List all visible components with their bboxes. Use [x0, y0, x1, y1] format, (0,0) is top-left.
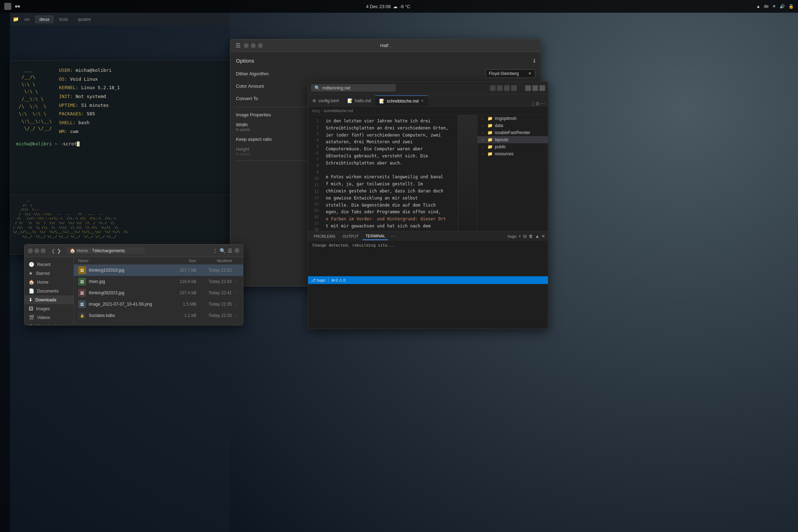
line-1: in den letzten vier Jahren hatte ich dre… — [326, 118, 454, 125]
sidebar-item-home[interactable]: 🏠 Home — [24, 278, 74, 287]
tree-item-issablefast[interactable]: › 📁 issableFastRender — [478, 129, 548, 136]
tree-label-issable: issableFastRender — [495, 130, 530, 135]
width-label: Width — [236, 122, 250, 127]
editor-text-area[interactable]: in den letzten vier Jahren hatte ich dre… — [322, 115, 458, 231]
tab-problems[interactable]: PROBLEMS — [311, 233, 338, 240]
sidebar-item-wastebasket[interactable]: 🗑 Wastebasket — [24, 322, 74, 325]
file-item-4[interactable]: 🖼 image_2021-07-07_10-41-56.png 1.5 MB T… — [74, 299, 243, 310]
file-star-3[interactable]: ☆ — [232, 290, 239, 295]
tab-output[interactable]: OUTPUT — [340, 233, 361, 240]
sidebar-item-downloads[interactable]: ⬇ Downloads — [24, 295, 74, 304]
dither-algorithm-row: Dither Algorithm Floyd-Steinberg ▼ — [236, 69, 535, 78]
file-name-2: rhein.jpg — [89, 279, 168, 284]
file-icon-4: 🖼 — [78, 300, 86, 308]
file-name-4: image_2021-07-07_10-41-56.png — [89, 302, 168, 307]
neofetch-layout: ___ /__/\ \:\ \ \:\ \ /__\:\ \ /\ \:\ \ … — [16, 66, 234, 136]
weather-icon: ☁ — [393, 4, 398, 9]
editor-view-btn-4[interactable] — [511, 85, 517, 91]
starred-icon: ★ — [29, 271, 33, 276]
editor-close-btn[interactable] — [539, 85, 545, 91]
sidebar-item-starred[interactable]: ★ Starred — [24, 269, 74, 278]
files-close-btn[interactable] — [28, 248, 33, 253]
topbar: ■■ 4 Dec 23:06 ☁ -6 °C ▲ de ☀ 🔊 🔒 — [0, 0, 798, 13]
file-item-2[interactable]: 🖼 rhein.jpg 116.9 kB Today 22:43 ☆ — [74, 276, 243, 287]
files-min-btn[interactable] — [34, 248, 39, 253]
app-menu-icon[interactable] — [4, 3, 11, 10]
width-sublabel: In pixels — [236, 127, 250, 132]
editor-view-btn-1[interactable] — [490, 85, 496, 91]
editor-view-btn-3[interactable] — [504, 85, 510, 91]
tree-label-resources: resources — [495, 151, 514, 156]
dither-close-btn[interactable] — [258, 43, 263, 48]
more-tabs-btn[interactable]: ⋯ — [391, 233, 396, 239]
sidebar-item-recent[interactable]: 🕐 Recent — [24, 260, 74, 269]
file-item-1[interactable]: 🖼 thinking102019.jpg 157.7 kB Today 22:5… — [74, 265, 243, 276]
topbar-center: 4 Dec 23:06 ☁ -6 °C — [366, 4, 410, 9]
file-item-3[interactable]: 🖼 thinking092023.jpg 157.4 kB Today 22:4… — [74, 287, 243, 299]
line-8 — [326, 167, 454, 174]
editor-min-btn[interactable] — [525, 85, 531, 91]
editor-max-btn[interactable] — [532, 85, 538, 91]
dither-menu-btn[interactable]: ☰ — [235, 42, 242, 49]
file-mod-5: Today 22:33 — [196, 313, 232, 318]
folder-icon-issable: 📁 — [487, 130, 493, 135]
maximize-terminal-btn[interactable]: ▲ — [535, 234, 539, 239]
prompt-area: micha@kolibri ~ - scrot — [16, 140, 234, 148]
dither-maximize-btn[interactable] — [251, 43, 256, 48]
folder-icon[interactable]: 📁 — [13, 16, 19, 22]
workspace-tab-trois[interactable]: trois — [55, 15, 73, 23]
tab-config-toml[interactable]: ⚙ config.toml — [308, 96, 343, 106]
tab-schreibtische-md[interactable]: 📝 schreibtische.md ✕ — [375, 96, 428, 106]
files-nav-btn-2[interactable]: ❯ — [57, 248, 61, 254]
kill-terminal-btn[interactable]: 🗑 — [529, 234, 533, 239]
terminal-output[interactable]: Change detected, rebuilding site... — [308, 241, 548, 276]
volume-icon: 🔊 — [780, 4, 785, 9]
add-terminal-btn[interactable]: + — [519, 234, 521, 239]
tab-config-label: config.toml — [318, 98, 339, 103]
url-bar[interactable]: 🔍 mdbenning.net — [311, 84, 396, 92]
file-size-4: 1.5 MB — [168, 302, 196, 307]
files-view-btn[interactable]: ☰ — [228, 248, 232, 254]
file-star-1[interactable]: ☆ — [232, 268, 239, 273]
sidebar-item-videos[interactable]: 🎬 Videos — [24, 313, 74, 322]
file-star-4[interactable]: ☆ — [232, 302, 239, 307]
tree-item-data[interactable]: › 📁 data — [478, 122, 548, 129]
files-more-btn[interactable]: ⋮ — [213, 248, 218, 254]
workspace-tab-quatre[interactable]: quatre — [74, 15, 95, 23]
files-search-btn[interactable]: 🔍 — [220, 248, 226, 254]
images-label: Images — [36, 306, 50, 311]
tree-item-layouts[interactable]: ∨ 📁 layouts — [478, 136, 548, 143]
files-nav-btn-1[interactable]: ❮ — [51, 248, 56, 254]
more-icon[interactable]: ⋯ — [541, 101, 545, 106]
workspace-tab-un[interactable]: un — [20, 15, 34, 23]
tab-terminal[interactable]: TERMINAL — [363, 232, 388, 240]
gutter-numbers: 12345678910111213141516171819202122 — [308, 118, 322, 231]
split-terminal-btn[interactable]: ⊟ — [523, 234, 527, 239]
sidebar-item-images[interactable]: 🖼 Images — [24, 304, 74, 313]
lock-icon[interactable]: 🔒 — [788, 4, 794, 9]
tree-item-imgoptimsh[interactable]: › 📁 imgoptimsh — [478, 115, 548, 122]
options-header: Options ℹ — [236, 58, 535, 64]
split-view-icon[interactable]: ⎕ — [532, 101, 534, 106]
file-star-5[interactable]: ☆ — [232, 313, 239, 318]
tab-hallo-md[interactable]: 📝 hallo.md — [343, 96, 375, 106]
dither-minimize-btn[interactable] — [244, 43, 249, 48]
files-max-btn[interactable] — [41, 248, 46, 253]
file-name-3: thinking092023.jpg — [89, 290, 168, 295]
split-view-icon-2[interactable]: ⊟ — [536, 101, 539, 106]
files-home-label[interactable]: Home — [77, 248, 88, 253]
tab-close-icon[interactable]: ✕ — [421, 99, 424, 103]
close-terminal-btn[interactable]: ✕ — [542, 234, 545, 239]
tree-item-public[interactable]: › 📁 public — [478, 143, 548, 150]
tree-item-resources[interactable]: › 📁 resources — [478, 150, 548, 157]
file-star-2[interactable]: ☆ — [232, 279, 239, 284]
file-item-5[interactable]: 🔒 Soziales.kdbx 1.1 kB Today 22:33 ☆ — [74, 310, 243, 321]
dither-algorithm-select[interactable]: Floyd-Steinberg ▼ — [486, 69, 535, 78]
sidebar-item-documents[interactable]: 📄 Documents — [24, 287, 74, 295]
editor-view-btn-2[interactable] — [497, 85, 503, 91]
files-close-x-btn[interactable] — [235, 248, 239, 253]
workspace-tab-deux[interactable]: deux — [35, 15, 53, 23]
bottom-tabs-bar: PROBLEMS OUTPUT TERMINAL ⋯ hugo + ⊟ 🗑 ▲ … — [308, 231, 548, 241]
files-sidebar: 🕐 Recent ★ Starred 🏠 Home 📄 Documents ⬇ — [24, 257, 74, 325]
options-info-icon[interactable]: ℹ — [533, 58, 535, 64]
